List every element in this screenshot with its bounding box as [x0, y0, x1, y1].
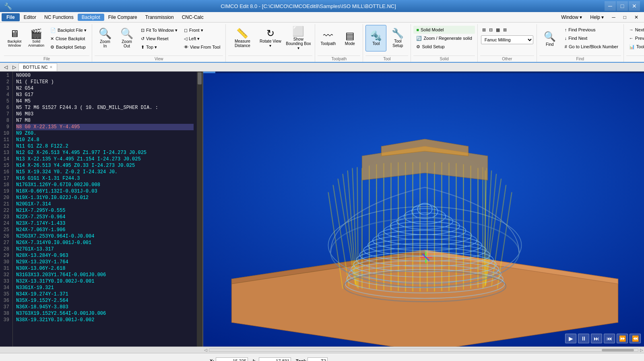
code-line-6: N5 T2 M6 S1527 F244.3 ( 10. END_MILL_SPH… — [16, 105, 194, 111]
code-line-5: N4 M5 — [16, 98, 194, 105]
window-controls[interactable]: ─ □ ✕ — [605, 1, 640, 11]
tool-input[interactable] — [308, 357, 328, 361]
menu-file[interactable]: File — [2, 13, 20, 21]
prev-toolchange-icon: ← — [629, 36, 634, 41]
close-backplot-button[interactable]: ✕ Close Backplot — [47, 35, 89, 43]
left-button[interactable]: ◁ Left ▾ — [181, 35, 223, 43]
viewport-scroll-top — [203, 72, 644, 73]
view-from-tool-label: View From Tool — [190, 45, 220, 49]
menu-nc-functions[interactable]: NC Functions — [40, 14, 78, 21]
menu-window[interactable]: Window ▾ — [557, 14, 586, 21]
step-back-button[interactable]: ⏮ — [604, 334, 615, 343]
view-from-tool-button[interactable]: 👁 View From Tool — [181, 43, 223, 51]
rewind-button[interactable]: ⏪ — [630, 334, 641, 343]
ribbon-group-tools-label — [228, 55, 312, 61]
close-backplot-icon: ✕ — [50, 36, 54, 41]
mode-icon: ▤ — [345, 31, 355, 41]
menu-max2[interactable]: □ — [619, 14, 630, 21]
menu-transmission[interactable]: Transmission — [141, 14, 178, 21]
code-scroll[interactable]: 1 2 3 4 5 6 7 8 9 10 11 12 13 14 15 16 1… — [0, 72, 202, 347]
find-next-button[interactable]: ↓ Find Next — [562, 34, 621, 42]
tool-label: Tool — [372, 41, 380, 46]
code-content[interactable]: N0000N1 ( FILTER )N2 G54N3 G17N4 M5N5 T2… — [13, 72, 197, 347]
code-line-25: N24X-7.063Y-1.906 — [16, 227, 194, 233]
code-line-39: N38X-19.321Y0.I0.001J-0.002 — [16, 317, 194, 323]
menu-backplot[interactable]: Backplot — [78, 14, 104, 21]
coord-row-i: I: — [253, 357, 291, 361]
backplot-window-button[interactable]: 🖥 BackplotWindow — [4, 25, 25, 51]
find-next-label: Find Next — [568, 36, 587, 41]
zoom-in-button[interactable]: 🔍 ZoomIn — [95, 25, 116, 51]
tab-nav-next[interactable]: ▷ — [10, 64, 19, 71]
find-prev-icon: ↑ — [565, 27, 567, 32]
menu-file-compare[interactable]: File Compare — [104, 14, 141, 21]
ribbon-group-view-label: View — [95, 55, 223, 61]
view-reset-icon: ↺ — [141, 36, 144, 41]
solid-model-button[interactable]: ■ Solid Model — [413, 26, 475, 34]
code-line-24: N23X-7.174Y-1.433 — [16, 220, 194, 227]
menu-close2[interactable]: ✕ — [630, 14, 642, 21]
rotate-view-button[interactable]: ↻ Rotate View ▾ — [257, 25, 283, 51]
step-forward-button[interactable]: ⏭ — [591, 334, 602, 343]
maximize-button[interactable]: □ — [617, 1, 628, 11]
code-line-29: N28X-13.284Y-0.963 — [16, 252, 194, 259]
measure-distance-button[interactable]: 📏 Measure Distance — [228, 25, 256, 51]
bottle-nc-tab[interactable]: BOTTLE NC ✕ — [19, 63, 57, 71]
minimize-button[interactable]: ─ — [605, 1, 616, 11]
go-to-line-button[interactable]: # Go to Line/Block Number — [562, 43, 621, 51]
viewport-3d[interactable]: ▶ ⏸ ⏭ ⏮ ⏩ ⏪ — [203, 72, 644, 347]
find-prev-label: Find Previous — [568, 27, 595, 32]
front-button[interactable]: ◻ Front ▾ — [181, 26, 223, 34]
zoom-regen-button[interactable]: 🔄 Zoom / Regenerate solid — [413, 34, 475, 42]
solid-setup-button[interactable]: ⚙ Solid Setup — [413, 43, 475, 51]
backplot-setup-button[interactable]: ⚙ Backplot Setup — [47, 43, 89, 51]
bounding-box-button[interactable]: ⬜ Show Bounding Box ▾ — [284, 25, 312, 51]
machine-select[interactable]: Fanuc Milling — [481, 35, 533, 44]
view-reset-button[interactable]: ↺ View Reset — [138, 35, 180, 43]
other-icon3[interactable]: ▦ — [495, 26, 501, 34]
ribbon-group-toolchange: → Next Tool change ← Previous Tool chang… — [624, 24, 644, 62]
zoom-out-button[interactable]: 🔍 ZoomOut — [116, 25, 137, 51]
zoom-out-label: ZoomOut — [122, 39, 132, 48]
toolpath-button[interactable]: 〰 Toolpath — [318, 25, 339, 51]
ribbon-group-solid: ■ Solid Model 🔄 Zoom / Regenerate solid … — [411, 24, 477, 62]
other-icon4[interactable]: ⊞ — [502, 26, 508, 34]
prev-tool-change-button[interactable]: ← Previous Tool change — [626, 34, 644, 42]
mode-button[interactable]: ▤ Mode — [339, 25, 360, 51]
tool-button[interactable]: 🔩 Tool — [365, 25, 386, 51]
backplot-file-icon: 📄 — [50, 28, 56, 33]
menu-cnc-calc[interactable]: CNC-Calc — [178, 14, 208, 21]
title-text: CIMCO Edit 8.0 - [C:\CIMCO\CIMCOEdit8\Sa… — [12, 3, 605, 9]
fast-forward-button[interactable]: ⏩ — [617, 334, 628, 343]
backplot-file-button[interactable]: 📄 Backplot File ▾ — [47, 26, 89, 34]
menu-editor[interactable]: Editor — [20, 14, 40, 21]
tab-close-icon[interactable]: ✕ — [50, 65, 53, 69]
ribbon-row-tools: 📏 Measure Distance ↻ Rotate View ▾ ⬜ Sho… — [228, 25, 312, 51]
go-to-line-label: Go to Line/Block Number — [569, 44, 618, 49]
fit-window-label: Fit To Window ▾ — [146, 28, 178, 33]
menu-min2[interactable]: ─ — [608, 14, 619, 21]
play-button[interactable]: ▶ — [565, 334, 576, 343]
top-button[interactable]: ⬆ Top ▾ — [138, 43, 180, 51]
close-button[interactable]: ✕ — [629, 1, 640, 11]
other-icon1[interactable]: ⊞ — [481, 26, 487, 34]
toolpath-label: Toolpath — [320, 41, 336, 46]
pause-button[interactable]: ⏸ — [578, 334, 589, 343]
tab-strip: ◁ ▷ BOTTLE NC ✕ — [0, 63, 644, 72]
zoom-in-icon: 🔍 — [99, 28, 111, 39]
next-tool-change-button[interactable]: → Next Tool change — [626, 26, 644, 34]
find-previous-button[interactable]: ↑ Find Previous — [562, 26, 621, 34]
toolpath-stats-button[interactable]: 📊 Toolpath Statistics — [626, 43, 644, 51]
find-button[interactable]: 🔍 Find — [539, 26, 560, 52]
fit-to-window-button[interactable]: ⊡ Fit To Window ▾ — [138, 26, 180, 34]
ribbon-group-toolchange-label — [626, 55, 644, 61]
other-icon2[interactable]: ⊟ — [488, 26, 494, 34]
solid-animation-button[interactable]: 🎬 SolidAnimation — [26, 25, 47, 51]
x-input[interactable] — [216, 357, 248, 361]
i-input[interactable] — [259, 357, 291, 361]
tool-setup-button[interactable]: 🔧 ToolSetup — [387, 25, 408, 51]
tab-nav-prev[interactable]: ◁ — [2, 64, 10, 71]
scrollbar-area[interactable]: ◁ ▷ — [0, 347, 644, 353]
menu-help[interactable]: Help ▾ — [586, 14, 608, 21]
view-reset-label: View Reset — [146, 36, 168, 41]
